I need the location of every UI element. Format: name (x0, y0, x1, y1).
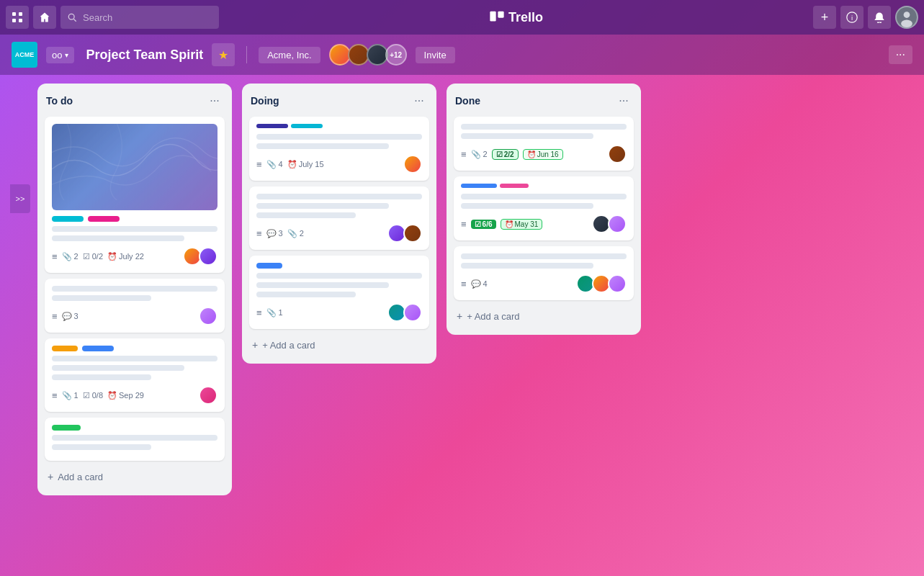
list-menu-button-todo[interactable]: ··· (206, 92, 223, 109)
list-doing: Doing ··· ≡ 📎 4 ⏰ July 15 (242, 84, 436, 364)
user-avatar[interactable] (895, 6, 918, 29)
add-card-button-done[interactable]: + + Add a card (454, 306, 634, 326)
board-content: To do ··· (0, 75, 924, 576)
list-title-done: Done (455, 95, 480, 107)
list-icon: ≡ (52, 390, 58, 401)
grid-menu-button[interactable] (6, 6, 29, 29)
paperclip-icon: 📎 (62, 252, 72, 261)
paperclip-icon: 📎 (266, 308, 277, 318)
home-button[interactable] (33, 6, 56, 29)
card-doing-3[interactable]: ≡ 📎 1 (249, 256, 429, 329)
card-text-line (461, 263, 593, 269)
avatar-1 (199, 307, 217, 325)
card-done-1[interactable]: ≡ 📎 2 ☑ 2/2 ⏰ Jun 16 (454, 117, 634, 171)
card-todo-3[interactable]: ≡ 📎 1 ☑ 0/8 ⏰ Sep 29 (45, 338, 225, 412)
check-icon: ☑ (83, 391, 90, 400)
card-done-2[interactable]: ≡ ☑ 6/6 ⏰ May 31 (454, 176, 634, 240)
check-icon: ☑ (496, 150, 503, 158)
card-todo-4[interactable] (45, 418, 225, 461)
card-avatars (199, 386, 217, 405)
card-tags (52, 425, 217, 431)
due-date: ⏰ July 22 (107, 252, 144, 261)
comment-count: 💬 4 (471, 279, 488, 289)
card-text-line (52, 435, 217, 441)
search-bar[interactable]: Search (60, 6, 219, 29)
board-more-button[interactable]: ··· (889, 45, 912, 64)
members-count[interactable]: +12 (385, 44, 407, 66)
list-icon: ≡ (256, 307, 262, 318)
plus-icon: + (457, 310, 462, 322)
tag-yellow (52, 346, 78, 351)
list-header-todo: To do ··· (45, 92, 225, 109)
list-menu-button-done[interactable]: ··· (615, 92, 632, 109)
due-date: ⏰ Sep 29 (107, 391, 144, 400)
avatar-3 (608, 274, 627, 293)
add-card-button-todo[interactable]: + Add a card (45, 467, 225, 487)
attachment-count: 📎 1 (266, 308, 283, 318)
check-icon: ☑ (83, 252, 90, 261)
plus-icon: + (252, 339, 258, 351)
workspace-selector[interactable]: oo ▾ (46, 47, 74, 63)
card-text-line (256, 282, 389, 288)
notifications-button[interactable] (868, 6, 891, 29)
card-avatars (387, 303, 422, 322)
member-avatars: +12 (329, 44, 407, 66)
attachment-count: 📎 2 (471, 150, 488, 159)
card-doing-2[interactable]: ≡ 💬 3 📎 2 (249, 186, 429, 250)
card-text-line (461, 253, 627, 259)
card-meta: ≡ 📎 4 ⏰ July 15 (256, 155, 422, 174)
chevron-down-icon: ▾ (65, 51, 68, 59)
due-date-badge: ⏰ Jun 16 (523, 149, 563, 160)
card-meta: ≡ 📎 1 ☑ 0/8 ⏰ Sep 29 (52, 386, 217, 405)
add-button[interactable]: + (813, 6, 836, 29)
list-icon: ≡ (52, 251, 58, 262)
attachment-count: 📎 2 (287, 229, 304, 238)
svg-rect-6 (490, 12, 495, 22)
due-date-badge: ⏰ May 31 (501, 219, 543, 230)
list-done: Done ··· ≡ 📎 2 ☑ 2/2 ⏰ Jun 16 (447, 84, 641, 335)
svg-point-12 (901, 20, 912, 28)
check-icon: ☑ (475, 220, 481, 228)
card-meta: ≡ 📎 1 (256, 303, 422, 322)
card-text-line (461, 124, 627, 130)
comment-icon: 💬 (266, 229, 277, 238)
avatar-2 (403, 224, 422, 243)
info-button[interactable]: i (840, 6, 864, 29)
card-todo-2[interactable]: ≡ 💬 3 (45, 279, 225, 333)
progress-bar (461, 184, 627, 188)
app-logo: Trello (223, 9, 809, 25)
card-avatars (403, 155, 422, 174)
svg-text:i: i (851, 14, 853, 22)
workspace-short: oo (52, 50, 62, 60)
star-button[interactable]: ★ (212, 43, 235, 66)
card-avatars (387, 224, 422, 243)
checklist-count: ☑ 0/2 (83, 252, 103, 261)
card-avatars (576, 274, 627, 293)
svg-rect-3 (19, 19, 22, 22)
progress-bar (256, 124, 422, 128)
board-header: ACME oo ▾ Project Team Spirit ★ Acme, In… (0, 35, 924, 75)
card-text-line (256, 212, 356, 218)
card-text-line (52, 295, 151, 301)
add-card-button-doing[interactable]: + + Add a card (249, 335, 429, 355)
sidebar-toggle-button[interactable]: >> (10, 184, 30, 213)
card-text-line (52, 365, 184, 371)
card-text-line (256, 292, 356, 297)
card-text-line (461, 203, 593, 209)
card-meta: ≡ 💬 3 (52, 307, 217, 325)
tag-blue (82, 346, 114, 351)
avatar-1 (608, 145, 627, 163)
svg-point-4 (68, 14, 74, 19)
card-meta: ≡ 💬 3 📎 2 (256, 224, 422, 243)
checklist-badge: ☑ 2/2 (492, 149, 519, 160)
clock-icon: ⏰ (107, 391, 117, 400)
card-text-line (461, 194, 627, 199)
card-done-3[interactable]: ≡ 💬 4 (454, 246, 634, 300)
svg-rect-1 (19, 12, 22, 16)
card-doing-1[interactable]: ≡ 📎 4 ⏰ July 15 (249, 117, 429, 181)
list-menu-button-doing[interactable]: ··· (411, 92, 428, 109)
invite-button[interactable]: Invite (416, 47, 455, 63)
card-todo-1[interactable]: ≡ 📎 2 ☑ 0/2 ⏰ July 22 (45, 117, 225, 273)
workspace-name-button[interactable]: Acme, Inc. (259, 47, 320, 63)
attachment-count: 📎 4 (266, 160, 283, 169)
